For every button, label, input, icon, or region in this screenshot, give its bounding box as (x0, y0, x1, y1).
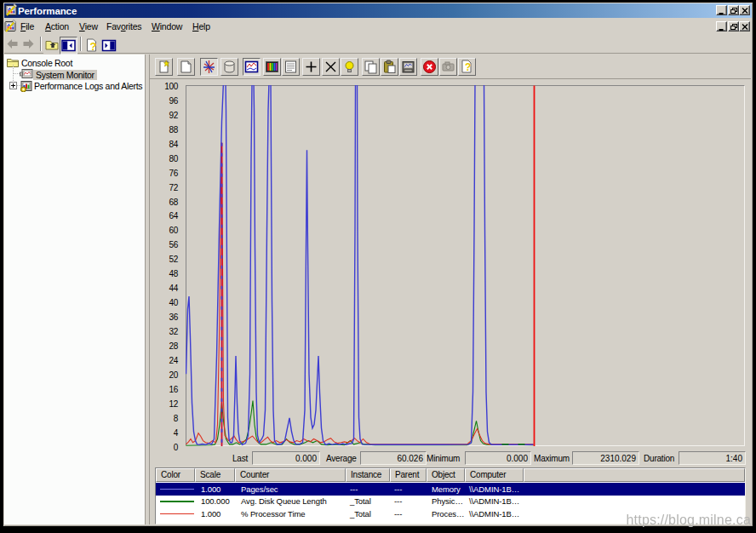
svg-text:?: ? (90, 40, 97, 53)
svg-text:?: ? (465, 61, 471, 73)
